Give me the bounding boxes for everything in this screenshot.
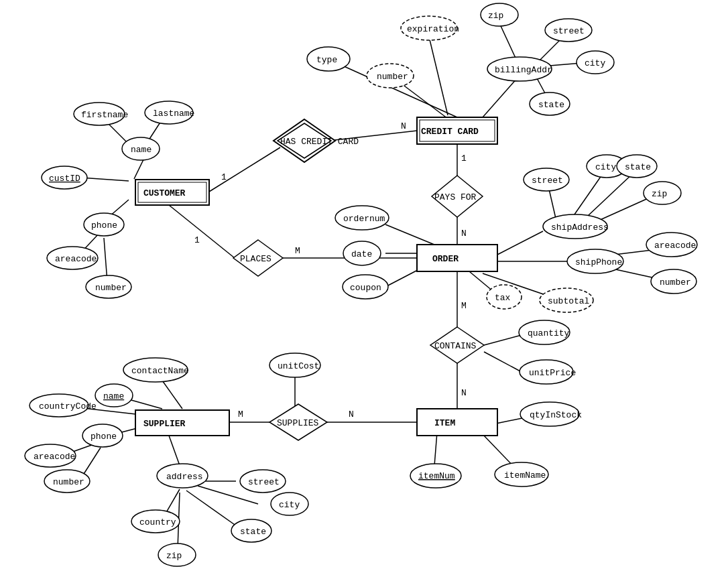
label-number-cust: number <box>95 283 127 293</box>
label-coupon: coupon <box>350 283 381 293</box>
label-n-hcc-cc: N <box>401 121 406 131</box>
svg-line-4 <box>429 37 448 115</box>
label-item-num: itemNum <box>418 471 455 481</box>
label-state-supp: state <box>240 527 266 537</box>
label-ship-phone: shipPhone <box>575 257 622 267</box>
entity-item <box>417 409 497 436</box>
label-areacode-supp: areacode <box>34 452 75 462</box>
label-street-cc: street <box>553 26 585 36</box>
label-unit-cost: unitCost <box>278 361 319 371</box>
label-cust-id: custID <box>49 174 80 184</box>
label-item-name: itemName <box>504 470 546 480</box>
label-billing-addr: billingAddr <box>495 65 552 75</box>
label-places: PLACES <box>240 254 271 264</box>
svg-line-12 <box>497 231 543 255</box>
svg-line-5 <box>483 77 518 117</box>
svg-line-44 <box>161 379 182 409</box>
label-n-supplies: N <box>349 409 354 420</box>
label-address-supp: address <box>166 472 203 482</box>
svg-line-30 <box>80 178 129 181</box>
svg-line-14 <box>548 186 556 221</box>
label-name-supp: name <box>103 391 124 401</box>
label-zip-supp: zip <box>166 551 182 561</box>
label-state-ship: state <box>625 162 651 172</box>
svg-line-37 <box>484 352 522 372</box>
label-areacode-ship: areacode <box>654 241 696 251</box>
label-n-pays: N <box>461 229 467 239</box>
label-unit-price: unitPrice <box>529 368 576 378</box>
label-item: ITEM <box>434 418 455 428</box>
label-credit-card: CREDIT CARD <box>421 127 479 137</box>
label-street-ship: street <box>532 176 563 186</box>
label-ship-address: shipAddress <box>551 222 609 233</box>
label-number-cc: number <box>377 72 408 82</box>
label-lastname: lastname <box>153 109 194 119</box>
label-zip-cc: zip <box>488 11 503 21</box>
label-pays-for: PAYS FOR <box>434 192 477 202</box>
svg-line-0 <box>209 147 280 192</box>
label-date: date <box>351 249 372 259</box>
label-m-places: M <box>295 246 300 256</box>
label-number-supp: number <box>53 477 84 487</box>
label-country-code: countryCode <box>39 401 97 411</box>
label-order: ORDER <box>432 254 459 264</box>
label-contains: CONTAINS <box>434 341 477 351</box>
label-expiration: expiration <box>407 24 459 34</box>
label-city-supp: city <box>279 500 300 510</box>
label-city-ship: city <box>595 162 616 172</box>
label-1-hcc-cust: 1 <box>221 172 227 182</box>
label-firstname: firstname <box>81 110 128 120</box>
label-phone-supp: phone <box>90 432 117 442</box>
label-customer: CUSTOMER <box>143 188 186 198</box>
label-state-cc: state <box>538 100 564 110</box>
label-street-supp: street <box>248 477 280 487</box>
label-contact-name: contactName <box>131 366 189 376</box>
label-quantity: quantity <box>528 328 570 338</box>
label-areacode-cust: areacode <box>55 254 97 264</box>
label-m-contains: M <box>461 301 467 311</box>
svg-line-3 <box>399 82 448 119</box>
label-number-ship: number <box>660 277 691 287</box>
label-n-contains: N <box>461 388 467 398</box>
svg-line-38 <box>434 432 437 466</box>
svg-line-36 <box>484 335 522 345</box>
svg-line-25 <box>169 205 235 258</box>
svg-line-13 <box>570 173 603 221</box>
label-m-supplies: M <box>238 409 243 420</box>
label-tax: tax <box>495 293 511 303</box>
label-1-places: 1 <box>194 235 200 245</box>
label-supplier: SUPPLIER <box>143 419 186 429</box>
label-qty-in-stock: qtyInStock <box>530 410 582 420</box>
svg-line-33 <box>104 238 107 281</box>
label-name-cust: name <box>131 145 151 155</box>
label-supplies: SUPPLIES <box>277 418 319 428</box>
er-diagram: 1 N 1 N 1 M <box>0 0 728 579</box>
label-has-credit-card: HAS CREDIT CARD <box>280 137 359 147</box>
label-zip-ship: zip <box>652 189 667 199</box>
label-type: type <box>316 55 337 65</box>
label-subtotal: subtotal <box>548 296 590 306</box>
label-city-cc: city <box>585 58 605 68</box>
label-country-supp: country <box>139 517 176 527</box>
label-1-pays: 1 <box>461 153 467 164</box>
label-ordernum: ordernum <box>343 214 385 224</box>
label-phone-cust: phone <box>91 220 117 231</box>
